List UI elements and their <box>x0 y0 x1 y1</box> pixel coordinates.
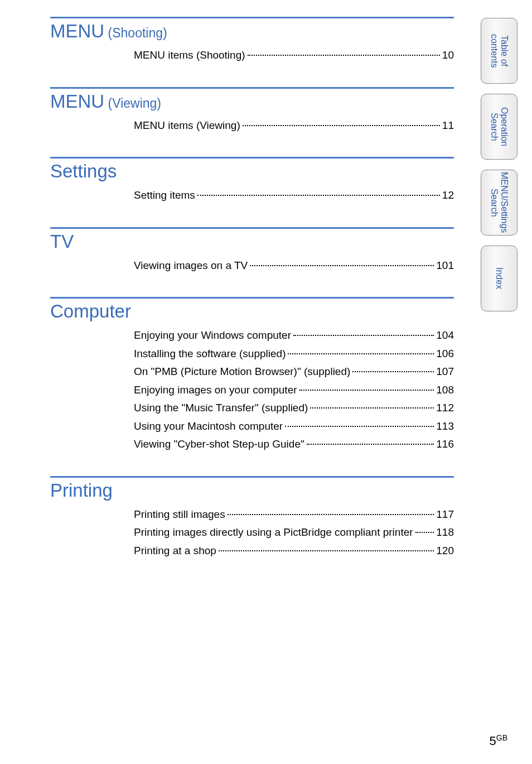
toc-entry[interactable]: MENU items (Viewing) 11 <box>134 118 454 134</box>
section-heading: Computer <box>50 301 454 322</box>
toc-entry[interactable]: Enjoying your Windows computer 104 <box>134 328 454 344</box>
toc-page: 106 <box>436 346 454 362</box>
toc-label: Using your Macintosh computer <box>134 419 283 435</box>
section-menu-shooting: MENU (Shooting) MENU items (Shooting) 10 <box>50 17 454 64</box>
heading-main: Settings <box>50 161 117 181</box>
tab-menu-settings-search[interactable]: MENU/Settings Search <box>481 170 518 236</box>
toc-leader <box>310 407 434 409</box>
toc-entry[interactable]: Enjoying images on your computer 108 <box>134 382 454 398</box>
heading-main: Printing <box>50 480 113 501</box>
heading-sub: (Shooting) <box>104 26 167 40</box>
toc-label: Installing the software (supplied) <box>134 346 286 362</box>
tab-table-of-contents[interactable]: Table of contents <box>481 18 518 84</box>
toc-leader <box>248 55 440 56</box>
toc-page: 120 <box>436 543 454 559</box>
toc-entry[interactable]: Printing images directly using a PictBri… <box>134 525 454 541</box>
toc-leader <box>219 550 434 551</box>
section-computer: Computer Enjoying your Windows computer … <box>50 297 454 453</box>
toc-label: MENU items (Shooting) <box>134 47 245 64</box>
toc-label: Printing still images <box>134 507 225 523</box>
tab-label: Index <box>494 267 504 289</box>
page-number: 5GB <box>490 733 507 748</box>
heading-main: Computer <box>50 301 131 321</box>
heading-main: MENU <box>50 21 104 41</box>
toc-page: 107 <box>436 364 454 380</box>
section-rule <box>50 157 454 158</box>
heading-sub: (Viewing) <box>104 96 161 110</box>
section-heading: TV <box>50 231 454 252</box>
section-heading: Printing <box>50 480 454 501</box>
tab-operation-search[interactable]: Operation Search <box>481 94 518 160</box>
toc-entry[interactable]: On "PMB (Picture Motion Browser)" (suppl… <box>134 364 454 380</box>
toc-entry[interactable]: Setting items 12 <box>134 188 454 204</box>
heading-main: TV <box>50 231 74 252</box>
page-number-value: 5 <box>490 734 496 748</box>
page-number-suffix: GB <box>496 733 507 742</box>
toc-leader <box>352 371 434 372</box>
section-heading: MENU (Viewing) <box>50 91 454 112</box>
toc-label: Printing at a shop <box>134 543 216 559</box>
heading-main: MENU <box>50 91 104 112</box>
tab-label: MENU/Settings Search <box>489 170 509 235</box>
toc-page: 118 <box>436 525 454 541</box>
toc-page: 10 <box>442 47 454 64</box>
side-tabs: Table of contents Operation Search MENU/… <box>481 18 518 311</box>
toc-label: Enjoying your Windows computer <box>134 328 291 344</box>
toc-page: 117 <box>436 507 454 523</box>
toc-leader <box>250 265 434 266</box>
toc-entry[interactable]: Using your Macintosh computer 113 <box>134 419 454 435</box>
toc-page: 104 <box>436 328 454 344</box>
toc-leader <box>307 444 434 445</box>
toc-leader <box>285 426 434 427</box>
toc-page: 116 <box>436 436 454 453</box>
toc-label: Viewing "Cyber-shot Step-up Guide" <box>134 436 304 453</box>
toc-content: MENU (Shooting) MENU items (Shooting) 10… <box>0 0 532 559</box>
toc-page: 101 <box>436 258 454 274</box>
section-heading: Settings <box>50 161 454 182</box>
section-tv: TV Viewing images on a TV 101 <box>50 227 454 274</box>
section-rule <box>50 297 454 299</box>
toc-entry[interactable]: MENU items (Shooting) 10 <box>134 47 454 64</box>
toc-label: On "PMB (Picture Motion Browser)" (suppl… <box>134 364 350 380</box>
toc-page: 12 <box>442 188 454 204</box>
toc-page: 108 <box>436 382 454 398</box>
section-rule <box>50 476 454 478</box>
tab-label: Operation Search <box>489 94 509 159</box>
section-heading: MENU (Shooting) <box>50 21 454 42</box>
toc-page: 11 <box>442 118 454 134</box>
toc-page: 113 <box>436 419 454 435</box>
section-printing: Printing Printing still images 117 Print… <box>50 476 454 559</box>
section-rule <box>50 87 454 89</box>
toc-leader <box>243 125 440 126</box>
toc-leader <box>228 514 434 515</box>
toc-label: Using the "Music Transfer" (supplied) <box>134 400 308 416</box>
section-menu-viewing: MENU (Viewing) MENU items (Viewing) 11 <box>50 87 454 134</box>
toc-label: MENU items (Viewing) <box>134 118 240 134</box>
toc-entry[interactable]: Viewing "Cyber-shot Step-up Guide" 116 <box>134 436 454 453</box>
section-rule <box>50 17 454 18</box>
toc-entry[interactable]: Printing still images 117 <box>134 507 454 523</box>
tab-label: Table of contents <box>489 18 509 83</box>
toc-label: Printing images directly using a PictBri… <box>134 525 413 541</box>
toc-page: 112 <box>436 400 454 416</box>
toc-leader <box>415 532 434 533</box>
toc-entry[interactable]: Using the "Music Transfer" (supplied) 11… <box>134 400 454 416</box>
toc-entry[interactable]: Printing at a shop 120 <box>134 543 454 559</box>
section-settings: Settings Setting items 12 <box>50 157 454 204</box>
toc-entry[interactable]: Viewing images on a TV 101 <box>134 258 454 274</box>
tab-index[interactable]: Index <box>481 246 518 311</box>
toc-label: Enjoying images on your computer <box>134 382 297 398</box>
toc-entry[interactable]: Installing the software (supplied) 106 <box>134 346 454 362</box>
toc-leader <box>197 195 440 196</box>
toc-leader <box>288 353 434 354</box>
section-rule <box>50 227 454 229</box>
toc-label: Setting items <box>134 188 195 204</box>
toc-leader <box>299 390 434 391</box>
toc-label: Viewing images on a TV <box>134 258 248 274</box>
toc-leader <box>293 335 434 336</box>
